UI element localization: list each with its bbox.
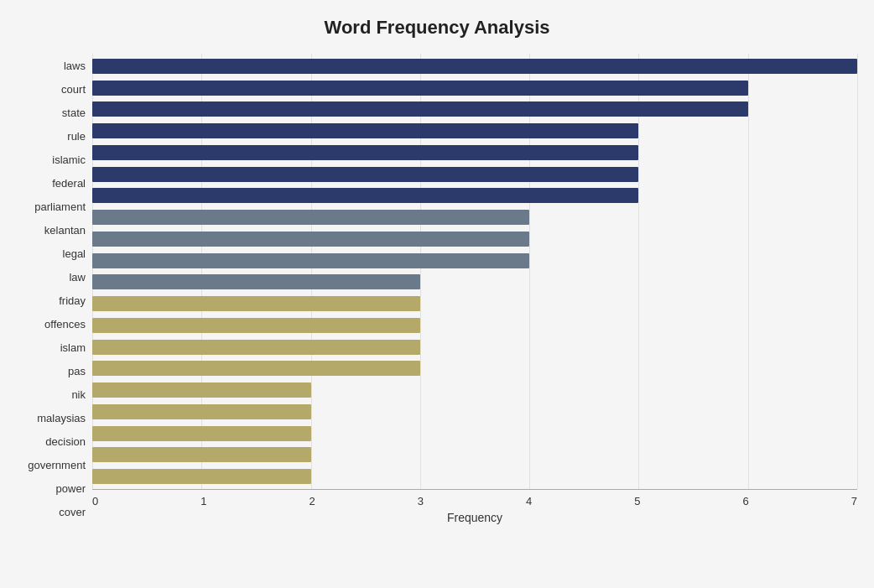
bar-row [92, 208, 857, 226]
bar-row [92, 403, 857, 421]
x-tick: 2 [310, 495, 315, 507]
y-label: malaysias [37, 409, 86, 428]
y-label: pas [68, 362, 86, 381]
bar-row [92, 381, 857, 399]
bar [92, 296, 420, 311]
bar [92, 274, 420, 289]
chart-area: lawscourtstateruleislamicfederalparliame… [17, 54, 857, 524]
y-axis: lawscourtstateruleislamicfederalparliame… [17, 54, 92, 524]
y-label: state [62, 103, 86, 122]
bars-and-xaxis: 01234567 Frequency [92, 54, 857, 524]
bars-area [92, 54, 857, 489]
bar-row [92, 100, 857, 118]
chart-title: Word Frequency Analysis [17, 17, 857, 39]
bar-row [92, 273, 857, 291]
y-label: rule [67, 127, 86, 145]
x-tick: 4 [526, 495, 532, 507]
x-tick: 1 [200, 495, 206, 507]
bar [92, 167, 638, 182]
bar-row [92, 467, 857, 486]
y-label: court [61, 80, 86, 98]
chart-container: Word Frequency Analysis lawscourtstateru… [0, 0, 874, 588]
y-label: power [56, 480, 86, 498]
y-label: cover [59, 503, 86, 522]
bar-row [92, 424, 857, 443]
bar [92, 447, 311, 462]
bar-row [92, 445, 857, 464]
bar [92, 123, 638, 138]
y-label: parliament [34, 197, 86, 216]
x-tick: 6 [743, 495, 749, 507]
bar-row [92, 316, 857, 335]
x-tick: 7 [851, 495, 857, 507]
bar-row [92, 57, 857, 75]
bar [92, 210, 529, 225]
y-label: legal [63, 244, 86, 263]
y-label: government [28, 456, 86, 475]
bar-row [92, 122, 857, 140]
bar-row [92, 359, 857, 377]
bar-row [92, 252, 857, 270]
bar [92, 340, 420, 355]
x-tick: 3 [418, 495, 424, 507]
bar [92, 232, 529, 247]
y-label: islamic [52, 150, 86, 169]
bars-inner [92, 54, 857, 489]
bar-row [92, 230, 857, 248]
bar [92, 59, 857, 74]
x-axis-label: Frequency [92, 511, 857, 524]
bar [92, 382, 311, 398]
bar [92, 469, 311, 484]
bar [92, 361, 420, 376]
y-label: nik [71, 386, 86, 404]
y-label: federal [52, 174, 86, 192]
bar-row [92, 338, 857, 356]
y-label: offences [44, 315, 86, 334]
bar [92, 318, 420, 333]
y-label: friday [59, 291, 86, 310]
x-tick: 0 [92, 495, 98, 507]
bar-row [92, 165, 857, 184]
grid-line [857, 54, 858, 489]
x-tick: 5 [634, 495, 640, 507]
bar [92, 81, 748, 96]
y-label: law [69, 268, 86, 286]
bar [92, 426, 311, 441]
bar [92, 404, 311, 419]
bar-row [92, 79, 857, 97]
bar-row [92, 186, 857, 205]
y-label: kelantan [44, 221, 86, 239]
bar [92, 101, 748, 117]
bar-row [92, 143, 857, 162]
bar-row [92, 294, 857, 313]
bar [92, 188, 638, 203]
x-axis: 01234567 [92, 489, 857, 507]
y-label: laws [64, 56, 86, 75]
bar [92, 145, 638, 160]
y-label: islam [60, 339, 86, 357]
bar [92, 253, 529, 268]
y-label: decision [45, 433, 86, 451]
